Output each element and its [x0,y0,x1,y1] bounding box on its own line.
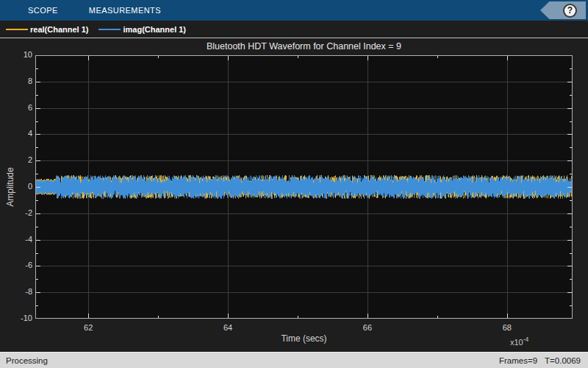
tab-scope[interactable]: SCOPE [19,0,67,21]
scope-window: SCOPE MEASUREMENTS ? real(Channel 1) ima… [0,0,588,368]
tab-measurements[interactable]: MEASUREMENTS [80,0,170,21]
x-tick-label: 66 [353,323,382,332]
y-tick-label: 0 [0,182,32,191]
y-tick-label: -10 [0,314,32,323]
toolstrip: SCOPE MEASUREMENTS ? [0,0,588,21]
y-tick-label: 10 [0,50,32,60]
time-counter: T=0.0069 [545,356,581,365]
y-tick-label: 8 [0,77,32,86]
x-axis-exponent: x10-4 [510,336,528,347]
y-tick-label: 2 [0,155,32,165]
legend-item-imag[interactable]: imag(Channel 1) [98,25,186,34]
y-tick-label: 6 [0,103,32,113]
help-button[interactable]: ? [540,1,586,19]
y-tick-label: -6 [0,261,32,270]
plot-title: Bluetooth HDT Waveform for Channel Index… [35,41,573,52]
y-tick-label: 4 [0,129,32,138]
plot-axes[interactable] [35,55,573,319]
x-tick-label: 68 [492,323,522,332]
help-icon[interactable]: ? [563,4,577,18]
frames-counter: Frames=9 [499,356,537,365]
x-tick-label: 64 [213,323,243,332]
legend-label-imag: imag(Channel 1) [123,25,186,34]
status-bar: Processing Frames=9 T=0.0069 [0,352,588,368]
legend: real(Channel 1) imag(Channel 1) [0,21,588,38]
legend-item-real[interactable]: real(Channel 1) [6,25,88,34]
legend-line-imag-icon [98,29,121,30]
x-tick-label: 62 [74,323,103,332]
y-tick-label: -2 [0,208,32,218]
x-axis-label: Time (secs) [35,333,573,344]
waveform-canvas[interactable] [35,55,573,319]
legend-label-real: real(Channel 1) [30,25,88,34]
status-text: Processing [6,356,48,365]
legend-line-real-icon [6,29,28,30]
y-tick-label: -4 [0,235,32,244]
y-tick-label: -8 [0,287,32,297]
figure-area: Bluetooth HDT Waveform for Channel Index… [0,38,588,352]
